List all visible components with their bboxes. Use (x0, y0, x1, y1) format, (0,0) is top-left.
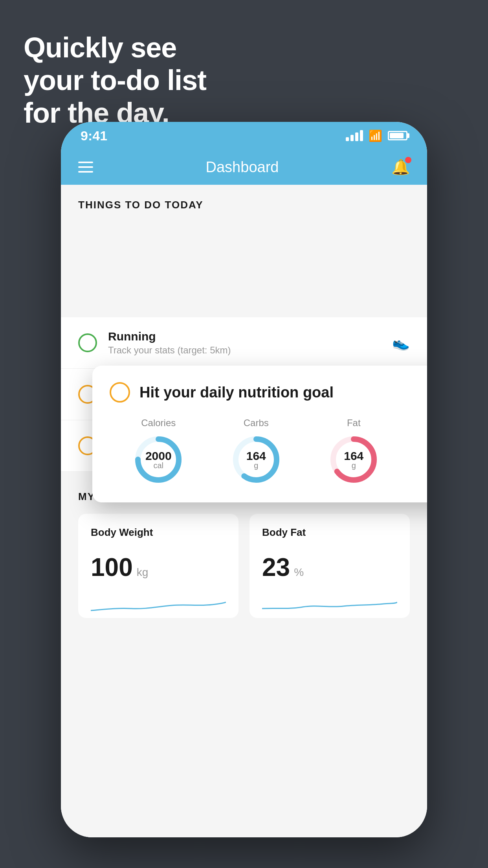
progress-cards: Body Weight 100 kg Body Fat 23 % (78, 514, 410, 618)
nutrient-carbs: Carbs 164 g (231, 417, 282, 485)
running-check-circle[interactable] (78, 333, 97, 352)
wifi-icon: 📶 (369, 129, 382, 142)
headline-line1: Quickly see (24, 32, 176, 63)
body-weight-value: 100 (91, 553, 133, 582)
status-time: 9:41 (81, 128, 107, 143)
status-icons: 📶 (346, 129, 407, 142)
headline-line2: your to-do list (24, 64, 206, 96)
things-today-header: THINGS TO DO TODAY (61, 185, 427, 219)
running-desc: Track your stats (target: 5km) (108, 345, 381, 356)
body-weight-card[interactable]: Body Weight 100 kg (78, 514, 238, 618)
signal-icon (346, 130, 363, 141)
nutrient-fat: Fat 164 g (328, 417, 379, 485)
calories-donut: 2000 cal (133, 434, 184, 485)
carbs-value: 164 (246, 449, 266, 463)
notification-button[interactable]: 🔔 (391, 158, 410, 176)
fat-donut: 164 g (328, 434, 379, 485)
fat-value: 164 (344, 449, 363, 463)
running-text: Running Track your stats (target: 5km) (108, 330, 381, 356)
body-weight-title: Body Weight (91, 526, 226, 539)
body-fat-unit: % (294, 566, 304, 579)
calories-label: Calories (141, 417, 176, 428)
nutrition-card[interactable]: Hit your daily nutrition goal Calories 2… (92, 366, 427, 502)
app-header: Dashboard 🔔 (61, 149, 427, 185)
body-fat-title: Body Fat (262, 526, 397, 539)
battery-icon (388, 131, 407, 140)
body-fat-chart (262, 593, 397, 616)
fat-label: Fat (347, 417, 361, 428)
nutrient-protein: ★ Protein 164 g (426, 417, 427, 485)
header-title: Dashboard (206, 159, 279, 176)
carbs-donut: 164 g (231, 434, 282, 485)
nutrition-circles: Calories 2000 cal Carbs (110, 417, 427, 485)
protein-donut: 164 g (426, 434, 427, 485)
nutrition-card-title: Hit your daily nutrition goal (139, 384, 334, 401)
calories-value: 2000 (145, 449, 172, 463)
body-weight-chart (91, 593, 226, 616)
body-weight-unit: kg (137, 566, 149, 579)
todo-item-running[interactable]: Running Track your stats (target: 5km) 👟 (61, 317, 427, 369)
body-fat-card[interactable]: Body Fat 23 % (250, 514, 410, 618)
running-name: Running (108, 330, 381, 343)
nutrition-card-header: Hit your daily nutrition goal (110, 382, 427, 403)
running-icon: 👟 (392, 335, 410, 351)
phone-shell: 9:41 📶 Dashboard 🔔 THINGS TO (61, 122, 427, 837)
nutrient-calories: Calories 2000 cal (133, 417, 184, 485)
nutrition-check-circle[interactable] (110, 382, 130, 403)
app-content: THINGS TO DO TODAY Running Track your st… (61, 185, 427, 837)
body-fat-value: 23 (262, 553, 290, 582)
page-headline: Quickly see your to-do list for the day. (24, 31, 206, 129)
notification-badge (405, 157, 411, 163)
body-weight-value-row: 100 kg (91, 553, 226, 582)
things-today-title: THINGS TO DO TODAY (78, 199, 204, 211)
menu-button[interactable] (78, 162, 93, 173)
carbs-label: Carbs (244, 417, 269, 428)
status-bar: 9:41 📶 (61, 122, 427, 149)
body-fat-value-row: 23 % (262, 553, 397, 582)
